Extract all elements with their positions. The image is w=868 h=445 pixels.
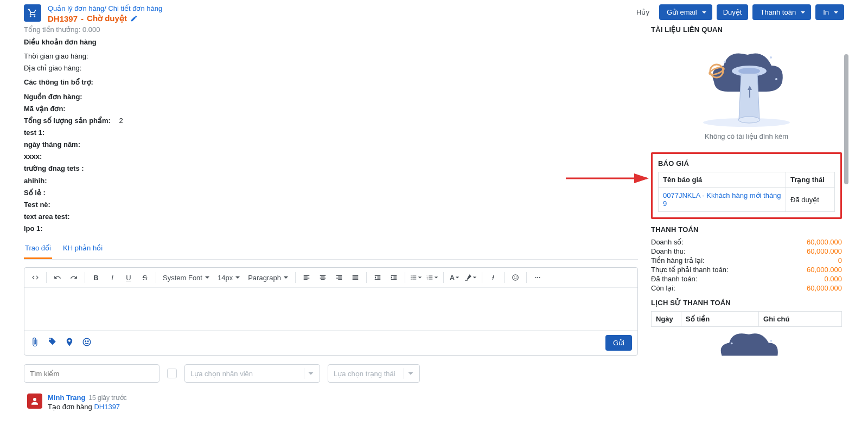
pay-button[interactable]: Thanh toán [752, 4, 811, 20]
svg-point-15 [738, 68, 760, 74]
align-justify-icon[interactable] [348, 270, 363, 285]
size-select[interactable]: 14px [214, 270, 244, 285]
svg-point-11 [88, 341, 89, 342]
outdent-icon[interactable] [370, 270, 385, 285]
filter-checkbox[interactable] [167, 369, 177, 378]
tab-feedback[interactable]: KH phản hồi [62, 240, 104, 259]
tracking-row: Mã vận đơn: [24, 104, 638, 114]
extra-title: Các thông tin bổ trợ: [24, 77, 638, 88]
svg-point-17 [724, 61, 726, 63]
svg-point-23 [731, 343, 733, 345]
tab-exchange[interactable]: Trao đổi [24, 240, 52, 259]
svg-point-1 [411, 277, 412, 278]
tag-icon[interactable] [47, 337, 57, 349]
cancel-button[interactable]: Hủy [631, 5, 655, 20]
activity-item: Minh Trang15 giây trước Tạo đơn hàng DH1… [24, 392, 638, 412]
underline-icon[interactable]: U [121, 270, 136, 285]
undo-icon[interactable] [50, 270, 65, 285]
annotation-arrow-icon [566, 170, 653, 188]
svg-point-2 [411, 279, 412, 280]
breadcrumb-link-1[interactable]: Quản lý đơn hàng [48, 4, 104, 12]
activity-user[interactable]: Minh Trang [48, 394, 85, 402]
hist-col-amount: Số tiền [681, 312, 759, 327]
email-button[interactable]: Gửi email [659, 4, 712, 20]
caret-down-icon [701, 10, 707, 15]
svg-point-4 [514, 276, 514, 277]
svg-point-6 [535, 277, 536, 278]
testne-row: Test nè: [24, 199, 638, 210]
test1-row: test 1: [24, 127, 638, 138]
svg-point-16 [738, 117, 760, 123]
bonus-line: Tổng tiền thưởng: 0.000 [24, 25, 638, 34]
approve-button[interactable]: Duyệt [717, 4, 749, 20]
employee-select[interactable]: Lựa chọn nhân viên [184, 364, 320, 383]
send-button[interactable]: Gửi [605, 335, 632, 351]
payment-row: Doanh số:60,000.000 [651, 238, 842, 246]
ol-icon[interactable] [425, 270, 440, 285]
delivery-time-row: Thời gian giao hàng: [24, 51, 638, 62]
font-select[interactable]: System Font [159, 270, 213, 285]
align-left-icon[interactable] [299, 270, 314, 285]
code-icon[interactable] [28, 270, 43, 285]
status-select[interactable]: Lựa chọn trạng thái [328, 364, 420, 383]
indent-icon[interactable] [386, 270, 401, 285]
location-icon[interactable] [65, 337, 74, 349]
more-icon[interactable] [530, 270, 545, 285]
hist-col-date: Ngày [652, 312, 681, 327]
para-select[interactable]: Paragraph [245, 270, 292, 285]
text-color-icon[interactable]: A [447, 270, 462, 285]
page-title: DH1397 - Chờ duyệt [48, 14, 631, 23]
breadcrumb: Quản lý đơn hàng/ Chi tiết đơn hàng [48, 4, 631, 12]
clear-format-icon[interactable]: I [486, 270, 501, 285]
history-title: LỊCH SỬ THANH TOÁN [651, 299, 842, 307]
svg-point-7 [537, 277, 538, 278]
activity-text: Tạo đơn hàng DH1397 [48, 403, 127, 411]
quote-status: Đã duyệt [786, 188, 835, 212]
empty-illustration-icon [687, 41, 806, 128]
svg-point-12 [33, 398, 36, 401]
svg-point-5 [516, 276, 516, 277]
qty-row: Tổng số lượng sản phẩm: 2 [24, 115, 638, 126]
cart-icon[interactable] [24, 4, 41, 22]
print-button[interactable]: In [815, 4, 844, 20]
strike-icon[interactable]: S [137, 270, 152, 285]
quote-title: BÁO GIÁ [658, 159, 835, 167]
quote-col-status: Trạng thái [786, 172, 835, 188]
payment-row: Thực tế phải thanh toán:60,000.000 [651, 266, 842, 274]
align-right-icon[interactable] [331, 270, 347, 285]
quote-link[interactable]: 0077JNKLA - Kkhách hàng mới tháng 9 [659, 188, 786, 212]
activity-order-link[interactable]: DH1397 [94, 403, 120, 411]
svg-point-10 [85, 341, 86, 342]
ul-icon[interactable] [409, 270, 424, 285]
svg-point-0 [411, 275, 412, 276]
payment-row: Còn lại:60,000.000 [651, 284, 842, 292]
breadcrumb-link-2[interactable]: Chi tiết đơn hàng [108, 4, 162, 12]
source-row: Nguồn đơn hàng: [24, 92, 638, 102]
scrollbar[interactable] [844, 38, 848, 417]
rich-text-editor: B I U S System Font 14px Paragraph [24, 267, 638, 356]
edit-icon[interactable] [130, 15, 138, 22]
activity-time: 15 giây trước [88, 394, 126, 402]
history-table: NgàySố tiềnGhi chú [651, 311, 842, 327]
smile-icon[interactable] [82, 337, 92, 349]
empty-illustration-icon [692, 332, 801, 359]
align-center-icon[interactable] [315, 270, 330, 285]
emoji-icon[interactable] [508, 270, 523, 285]
attachment-icon[interactable] [30, 337, 40, 349]
docs-empty: Không có tài liệu đính kèm [651, 38, 842, 146]
payment-row: Đã thanh toán:0.000 [651, 275, 842, 283]
docs-title: TÀI LIỆU LIÊN QUAN [651, 25, 842, 34]
editor-content[interactable] [24, 288, 637, 330]
payment-title: THANH TOÁN [651, 225, 842, 234]
highlight-icon[interactable] [463, 270, 478, 285]
search-input[interactable] [24, 364, 159, 383]
quote-table: Tên báo giáTrạng thái 0077JNKLA - Kkhách… [658, 172, 835, 212]
terms-title: Điều khoản đơn hàng [24, 37, 638, 48]
sole-row: Số lẻ : [24, 188, 638, 198]
bold-icon[interactable]: B [88, 270, 104, 285]
payment-row: Doanh thu:60,000.000 [651, 247, 842, 255]
italic-icon[interactable]: I [105, 270, 120, 285]
redo-icon[interactable] [66, 270, 81, 285]
svg-point-19 [775, 78, 777, 80]
svg-point-18 [770, 56, 772, 59]
